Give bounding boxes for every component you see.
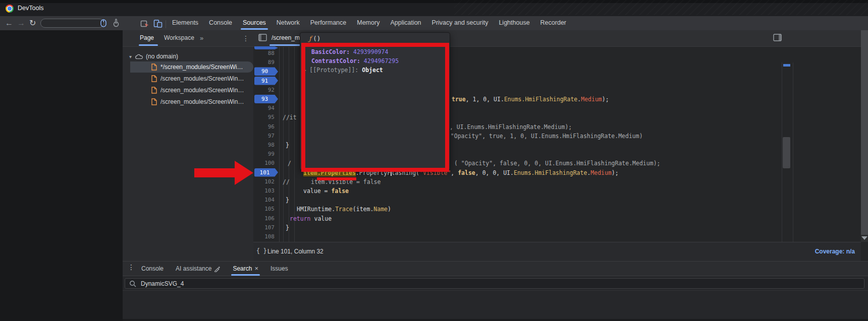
panel-tab-lighthouse[interactable]: Lighthouse <box>499 16 529 30</box>
line-number-94[interactable]: 94 <box>254 104 275 113</box>
line-number-98[interactable]: 98 <box>254 141 275 150</box>
kebab-menu-icon[interactable]: ⋮ <box>242 34 249 42</box>
line-number-108[interactable]: 108 <box>254 232 275 241</box>
sources-sidebar: Page Workspace » ⋮ ▾ (no domain) */scree… <box>123 30 254 261</box>
editor-tab-underline <box>269 44 303 46</box>
panel-tab-privacy-and-security[interactable]: Privacy and security <box>432 16 489 30</box>
window-scrollbar-down-arrow[interactable] <box>861 236 867 240</box>
function-f-icon: ƒ <box>309 35 311 42</box>
breakpoint-line-91[interactable]: 91 <box>254 77 278 85</box>
indent-guide <box>283 46 284 242</box>
editor-scrollbar-border <box>793 62 793 242</box>
file-tree-item[interactable]: /screen_modules/ScreenWin… <box>130 96 253 107</box>
devtools-drawer: ⋮ ConsoleAI assistanceSearch×Issues <box>123 261 868 321</box>
coverage-link[interactable]: Coverage: n/a <box>709 248 855 255</box>
code-line-103: value = false <box>303 186 349 196</box>
devtools-panel-tabs: ElementsConsoleSourcesNetworkPerformance… <box>172 16 566 30</box>
search-bar[interactable] <box>125 278 864 289</box>
pretty-print-button[interactable]: { } <box>256 247 267 254</box>
back-button[interactable]: ← <box>5 18 13 28</box>
file-tree-item[interactable]: /screen_modules/ScreenWin… <box>130 85 253 96</box>
panel-tab-network[interactable]: Network <box>277 16 300 30</box>
file-name: /screen_modules/ScreenWin… <box>160 75 244 82</box>
drawer-tab-console[interactable]: Console <box>141 262 164 276</box>
line-number-96[interactable]: 96 <box>254 122 275 132</box>
debugger-sidebar-toggle-icon[interactable] <box>773 34 782 41</box>
line-number-105[interactable]: 105 <box>254 205 275 214</box>
window-scrollbar[interactable] <box>861 30 868 242</box>
code-line-100: / <box>288 159 291 168</box>
gutter-border <box>279 46 280 242</box>
panel-tab-application[interactable]: Application <box>390 16 421 30</box>
file-tree-item[interactable]: /screen_modules/ScreenWin… <box>130 73 253 84</box>
tab-page[interactable]: Page <box>140 30 154 46</box>
breakpoint-line-101[interactable]: 101 <box>254 168 278 177</box>
line-number-107[interactable]: 107 <box>254 223 275 232</box>
line-number-103[interactable]: 103 <box>254 186 275 196</box>
close-icon[interactable]: × <box>254 262 258 276</box>
line-number-89[interactable]: 89 <box>254 58 275 67</box>
tab-workspace[interactable]: Workspace <box>164 30 194 46</box>
code-line-93: true, 1, 0, UI.Enums.HmiFlashingRate.Med… <box>452 95 609 104</box>
forward-button[interactable]: → <box>17 18 25 28</box>
url-input[interactable] <box>40 19 104 28</box>
code-line-95: //it <box>283 113 297 122</box>
indent-guide <box>294 46 295 242</box>
editor-file-tab[interactable]: /screen_m <box>272 30 300 46</box>
breakpoint-line-90[interactable]: 90 <box>254 67 278 76</box>
code-line-96: 0, UI.Enums.HmiFlashingRate.Medium); <box>446 122 572 132</box>
line-number-106[interactable]: 106 <box>254 214 275 223</box>
line-number-100[interactable]: 100 <box>254 159 275 168</box>
drawer-tab-search[interactable]: Search× <box>233 262 258 276</box>
caret-down-icon[interactable]: ▾ <box>129 54 132 59</box>
titlebar-pattern <box>454 0 868 15</box>
panel-tab-memory[interactable]: Memory <box>357 16 379 30</box>
breakpoint-line-93[interactable]: 93 <box>254 95 278 103</box>
drawer-tab-ai-assistance[interactable]: AI assistance <box>176 262 221 276</box>
annotation-red-rectangle <box>301 43 449 172</box>
cursor-position-status: Line 101, Column 32 <box>267 248 323 255</box>
drawer-tabs: ConsoleAI assistanceSearch×Issues <box>141 262 288 276</box>
mouse-cursor-icon[interactable] <box>99 19 107 28</box>
annotation-red-arrow <box>194 160 254 185</box>
panel-tab-console[interactable]: Console <box>209 16 232 30</box>
panel-tab-sources[interactable]: Sources <box>243 16 266 30</box>
panel-tab-performance[interactable]: Performance <box>310 16 347 30</box>
line-number-102[interactable]: 102 <box>254 177 275 186</box>
chrome-logo-icon <box>6 5 14 13</box>
line-number-104[interactable]: 104 <box>254 196 275 205</box>
panel-tab-recorder[interactable]: Recorder <box>540 16 566 30</box>
window-title: DevTools <box>18 5 43 12</box>
chevron-double-right-icon[interactable]: » <box>200 34 203 42</box>
editor-scrollbar-thumb[interactable] <box>783 137 790 168</box>
touch-icon[interactable] <box>112 19 120 28</box>
code-line-105: HMIRuntime.Trace(item.Name) <box>297 205 391 214</box>
tree-root-label: (no domain) <box>146 53 178 60</box>
code-line-102: // <box>283 177 290 186</box>
line-number-88[interactable]: 88 <box>254 49 275 58</box>
drawer-tab-issues[interactable]: Issues <box>270 262 288 276</box>
line-number-95[interactable]: 95 <box>254 113 275 122</box>
inspect-element-icon[interactable] <box>140 19 149 28</box>
reload-button[interactable]: ↻ <box>29 18 36 28</box>
editor-status-bar: { } Line 101, Column 32 Coverage: n/a <box>253 242 861 261</box>
pen-spark-icon <box>214 266 221 272</box>
search-results-area <box>123 290 868 319</box>
file-tree-item[interactable]: */screen_modules/ScreenWi… <box>130 61 253 73</box>
code-line-107: } <box>286 223 289 232</box>
toolbar-separator <box>166 20 166 28</box>
search-input[interactable] <box>140 280 860 288</box>
tree-item-no-domain[interactable]: ▾ (no domain) <box>129 51 178 62</box>
line-number-97[interactable]: 97 <box>254 132 275 141</box>
file-name: */screen_modules/ScreenWi… <box>160 63 243 71</box>
line-number-99[interactable]: 99 <box>254 150 275 159</box>
window-scrollbar-thumb[interactable] <box>861 30 868 235</box>
drawer-tab-label: Search <box>233 262 252 276</box>
drawer-menu-icon[interactable]: ⋮ <box>128 263 135 271</box>
panel-tab-elements[interactable]: Elements <box>172 16 198 30</box>
drawer-tab-label: Issues <box>270 262 288 276</box>
device-toolbar-icon[interactable] <box>153 19 162 28</box>
navigator-toggle-icon[interactable] <box>258 34 267 41</box>
line-number-92[interactable]: 92 <box>254 86 275 95</box>
script-file-icon <box>151 87 157 94</box>
